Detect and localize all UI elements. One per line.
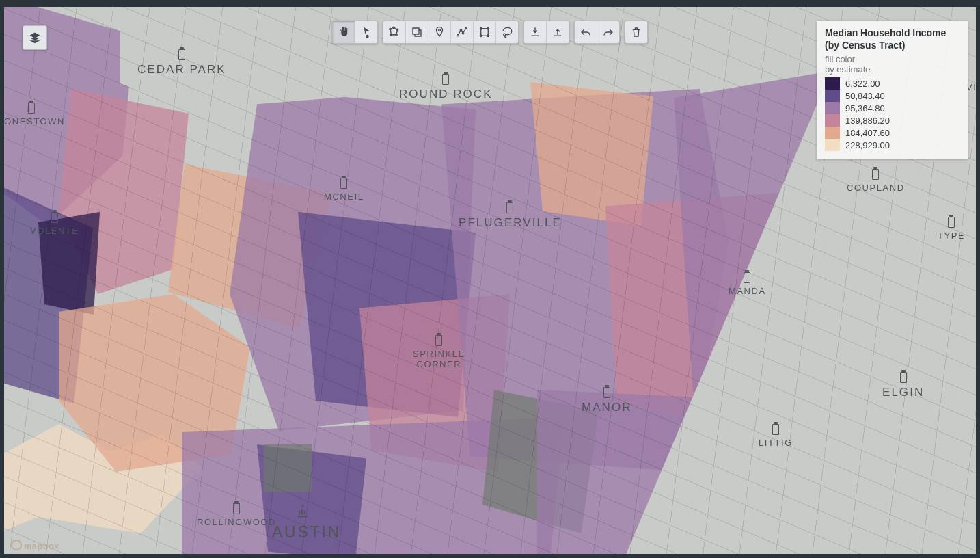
legend-stop: 184,407.60 (825, 127, 959, 139)
trash-icon (630, 26, 642, 38)
city-marker-icon (51, 212, 58, 223)
city-marker-austin (295, 503, 310, 518)
city-name: ELGIN (882, 386, 924, 399)
download-icon (529, 26, 541, 38)
legend-stop: 228,929.00 (825, 139, 959, 151)
download-button[interactable] (524, 21, 546, 43)
city-name: LITTIG (759, 438, 793, 448)
pan-hand-icon (338, 26, 350, 38)
city-marker-icon (233, 503, 240, 514)
toolbar-group (332, 21, 378, 44)
legend-swatch (825, 114, 840, 127)
legend-panel: Median Household Income (by Census Tract… (817, 21, 968, 159)
polyline-icon (456, 26, 468, 38)
mapbox-credit: mapbox (11, 540, 59, 551)
legend-color-ramp: 6,322.0050,843.4095,364.80139,886.20184,… (825, 77, 959, 151)
city-name: VOLENTE (30, 226, 79, 236)
toolbar-group (625, 21, 648, 44)
city-marker-icon (603, 387, 610, 398)
layers-button[interactable] (23, 25, 47, 50)
city-marker-icon (506, 202, 513, 213)
city-label: ROUND ROCK (399, 74, 493, 101)
pointer-select-button[interactable] (355, 21, 377, 43)
city-label: ELGIN (882, 372, 924, 399)
redo-button[interactable] (597, 21, 619, 43)
legend-swatch (825, 102, 840, 114)
rectangle-crop-button[interactable] (405, 21, 428, 43)
city-name: AUSTIN (272, 523, 341, 542)
city-marker-icon (28, 103, 35, 114)
city-label: SPRINKLECORNER (413, 335, 465, 369)
city-name: JONESTOWN (4, 116, 65, 127)
mapbox-logo-icon (11, 540, 22, 550)
svg-point-6 (439, 29, 441, 31)
svg-point-0 (366, 36, 368, 38)
map-toolbar (332, 21, 648, 44)
city-name: SPRINKLECORNER (413, 349, 465, 369)
svg-rect-11 (481, 29, 489, 36)
city-marker-icon (872, 169, 879, 180)
lasso-button[interactable] (495, 21, 518, 43)
svg-point-7 (457, 34, 459, 36)
city-label: MANOR (582, 387, 631, 414)
legend-value: 50,843.40 (845, 91, 885, 101)
city-marker-icon (744, 272, 750, 283)
city-label: VI (966, 82, 976, 92)
pan-hand-button[interactable] (333, 21, 355, 43)
bounding-box-icon (478, 26, 491, 38)
city-label: PFLUGERVILLE (459, 202, 562, 230)
polygon-draw-button[interactable] (383, 21, 405, 43)
trash-button[interactable] (625, 21, 647, 43)
city-name: TYPE (938, 230, 965, 241)
city-name: MANOR (582, 401, 631, 414)
lasso-icon (501, 26, 513, 38)
rectangle-crop-icon (411, 26, 423, 38)
legend-value: 184,407.60 (845, 128, 890, 138)
city-label: LITTIG (759, 424, 793, 448)
city-marker-icon (948, 217, 955, 228)
point-pin-icon (433, 26, 446, 38)
legend-stop: 50,843.40 (825, 90, 959, 102)
legend-value: 139,886.20 (845, 116, 890, 126)
map-viewport[interactable]: JONESTOWNCEDAR PARKROUND ROCKMCNEILVOLEN… (4, 7, 976, 554)
city-label: AUSTIN (272, 523, 341, 542)
legend-stop: 6,322.00 (825, 77, 959, 90)
city-name: PFLUGERVILLE (459, 216, 562, 230)
pointer-select-icon (360, 26, 372, 38)
svg-point-16 (504, 34, 506, 36)
city-marker-icon (900, 372, 907, 383)
city-label: JONESTOWN (4, 103, 65, 127)
polygon-draw-icon (388, 26, 400, 38)
city-marker-icon (442, 74, 449, 85)
mapbox-credit-text: mapbox (24, 541, 59, 551)
polyline-button[interactable] (450, 21, 473, 43)
city-name: VI (966, 82, 976, 92)
toolbar-group (523, 21, 569, 44)
legend-swatch (825, 77, 840, 90)
city-label: MANDA (729, 272, 766, 296)
legend-stop: 139,886.20 (825, 114, 959, 127)
toolbar-group (574, 21, 620, 44)
layers-icon (28, 31, 42, 44)
city-label: CEDAR PARK (137, 49, 226, 77)
upload-button[interactable] (546, 21, 569, 43)
legend-title: Median Household Income (by Census Tract… (825, 27, 959, 51)
legend-by: by estimate (825, 64, 959, 75)
undo-icon (580, 26, 592, 38)
city-marker-icon (178, 49, 185, 60)
city-name: CEDAR PARK (137, 63, 226, 77)
legend-subtitle: fill color (825, 54, 959, 64)
bounding-box-button[interactable] (473, 21, 495, 43)
legend-swatch (825, 139, 840, 151)
legend-value: 95,364.80 (845, 103, 885, 114)
undo-button[interactable] (575, 21, 597, 43)
point-pin-button[interactable] (428, 21, 450, 43)
city-marker-icon (435, 335, 442, 346)
city-label: VOLENTE (30, 212, 79, 236)
city-name: COUPLAND (847, 183, 905, 193)
city-marker-icon (772, 424, 779, 435)
city-label: ROLLINGWOOD (197, 503, 276, 527)
city-label: MCNEIL (324, 178, 364, 202)
city-label: COUPLAND (847, 169, 905, 193)
legend-swatch (825, 127, 840, 139)
